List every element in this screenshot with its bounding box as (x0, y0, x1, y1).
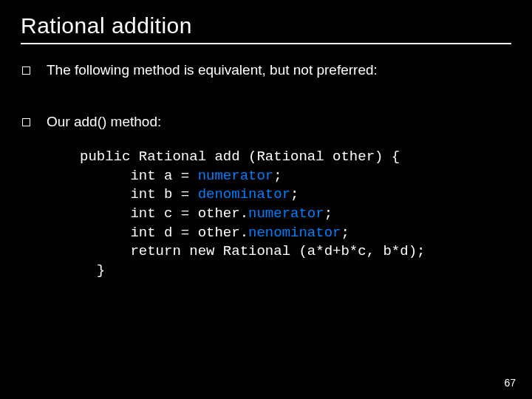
code-text: int d = other. (80, 225, 248, 241)
slide: Rational addition The following method i… (0, 0, 532, 399)
code-keyword: numerator (248, 205, 324, 222)
title-rule (21, 43, 511, 44)
code-text: ; (273, 168, 282, 184)
bullet-item: The following method is equivalent, but … (21, 62, 511, 78)
bullet-list: The following method is equivalent, but … (21, 62, 511, 130)
code-block: public Rational add (Rational other) { i… (80, 148, 511, 280)
code-text: int a = (80, 168, 198, 184)
bullet-text: Our add() method: (47, 114, 161, 130)
slide-title: Rational addition (21, 13, 511, 38)
page-number: 67 (504, 377, 516, 389)
square-bullet-icon (22, 118, 30, 126)
code-text: public Rational add (Rational other) { (80, 149, 400, 165)
code-keyword: denominator (198, 186, 290, 202)
code-text: ; (324, 205, 332, 222)
bullet-item: Our add() method: (21, 114, 511, 130)
code-keyword: nenominator (248, 225, 341, 241)
code-keyword: numerator (198, 168, 274, 184)
code-text: return new Rational (a*d+b*c, b*d); (80, 243, 425, 259)
square-bullet-icon (22, 66, 30, 75)
code-text: ; (290, 186, 299, 202)
code-text: ; (341, 225, 349, 241)
code-text: int c = other. (80, 205, 248, 222)
code-text: } (80, 262, 105, 279)
code-text: int b = (80, 186, 198, 202)
bullet-text: The following method is equivalent, but … (47, 62, 378, 78)
